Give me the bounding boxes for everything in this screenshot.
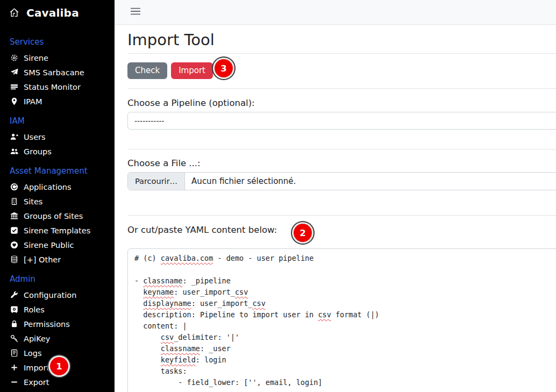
sidebar-item-groups-of-sites[interactable]: Groups of Sites (10, 209, 106, 223)
key-icon (10, 334, 18, 343)
brand-home-link[interactable]: Cavaliba (0, 0, 115, 25)
sidebar-item-label: Permissions (24, 320, 70, 329)
send-icon (10, 68, 18, 77)
check-square-icon (10, 226, 18, 235)
yaml-label: Or cut/paste YAML content below: (127, 224, 277, 236)
file-label: Choose a File ...: (127, 158, 556, 169)
main-area: Import Tool Check Import Choose a Pipeli… (115, 0, 556, 392)
sidebar-item-groups[interactable]: Groups (10, 144, 106, 159)
file-input[interactable]: Parcourir… Aucun fichier sélectionné. (127, 172, 556, 190)
sidebar-item-label: Export (24, 378, 49, 387)
gear-icon (10, 54, 18, 62)
pipeline-select[interactable]: ----------- (127, 112, 556, 130)
yaml-code[interactable]: # (c) cavaliba.com - demo - user pipelin… (134, 253, 556, 388)
pipeline-label: Choose a Pipeline (optional): (127, 97, 556, 109)
app-window: Cavaliba Services Sirene SMS Sarbacane S… (0, 0, 556, 392)
lock-icon (10, 320, 18, 329)
people-icon (10, 147, 18, 156)
sidebar-item-label: Logs (24, 349, 41, 358)
divider (127, 215, 556, 216)
pin-icon (10, 97, 18, 106)
wrench-icon (10, 291, 18, 300)
sidebar-item-label: Status Monitor (24, 83, 81, 91)
sidebar-item-label: SMS Sarbacane (24, 68, 84, 77)
hamburger-icon (130, 7, 141, 17)
annotation-marker-3: 3 (215, 59, 233, 77)
home-icon (9, 8, 19, 18)
building-icon (10, 197, 18, 206)
sidebar-item-label: Groups of Sites (24, 212, 83, 220)
plus-icon (10, 364, 18, 372)
arrow-circle-icon (10, 183, 18, 191)
page-content: Import Tool Check Import Choose a Pipeli… (115, 30, 556, 392)
sidebar-item-label: IPAM (24, 97, 42, 106)
database-icon (10, 255, 18, 264)
yaml-editor[interactable]: # (c) cavaliba.com - demo - user pipelin… (127, 248, 556, 392)
annotation-marker-2: 2 (294, 224, 312, 242)
check-button[interactable]: Check (127, 62, 167, 79)
sidebar-item-label: Groups (24, 147, 52, 156)
section-label-iam: IAM (10, 116, 106, 126)
sidebar-item-sms-sarbacane[interactable]: SMS Sarbacane (10, 65, 106, 80)
journal-icon (10, 349, 18, 358)
sidebar-item-applications[interactable]: Applications (10, 180, 106, 194)
sidebar-toggle-button[interactable] (129, 6, 142, 18)
divider (127, 88, 556, 89)
page-title: Import Tool (127, 30, 556, 49)
annotation-marker-1: 1 (50, 357, 68, 375)
sidebar-item-label: Sirene Public (24, 241, 74, 250)
topbar (115, 0, 556, 25)
sidebar-item-users[interactable]: Users (10, 130, 106, 144)
sidebar-item-sites[interactable]: Sites (10, 194, 106, 209)
sidebar-item-ipam[interactable]: IPAM (10, 94, 106, 109)
sidebar-item-label: Sites (24, 197, 42, 206)
action-buttons-row: Check Import (127, 54, 556, 88)
sidebar-item-sirene[interactable]: Sirene (10, 51, 106, 65)
file-browse-button[interactable]: Parcourir… (128, 173, 185, 190)
sidebar-item-sirene-public[interactable]: Sirene Public (10, 238, 106, 252)
bank-icon (10, 212, 18, 220)
safe-icon (10, 305, 18, 314)
sidebar-item-label: ApiKey (24, 334, 50, 343)
yaml-label-row: Or cut/paste YAML content below: (127, 224, 556, 236)
divider (127, 149, 556, 149)
sidebar-item-label: Applications (24, 183, 72, 191)
import-button[interactable]: Import (171, 62, 213, 79)
pipeline-selected-value: ----------- (134, 117, 165, 125)
sidebar-item-permissions[interactable]: Permissions (10, 317, 106, 331)
sidebar-item-label: Import (24, 364, 49, 372)
sidebar-item-label: [+] Other (24, 255, 61, 264)
list-icon (10, 83, 18, 91)
sidebar-item-label: Configuration (24, 291, 76, 300)
sidebar-item-apikey[interactable]: ApiKey (10, 331, 106, 346)
section-label-admin: Admin (10, 274, 106, 284)
sidebar-item-sirene-templates[interactable]: Sirene Templates (10, 223, 106, 238)
sidebar-item-label: Roles (24, 305, 45, 314)
sidebar-item-label: Users (24, 133, 46, 141)
sidebar-nav: Services Sirene SMS Sarbacane Status Mon… (0, 37, 115, 389)
heart-circle-icon (10, 241, 18, 250)
sidebar-item-label: Sirene (24, 54, 48, 62)
sidebar-item-roles[interactable]: Roles (10, 302, 106, 317)
brand-name: Cavaliba (26, 6, 79, 19)
section-label-services: Services (10, 37, 106, 47)
sidebar-item-export[interactable]: Export (10, 375, 106, 389)
sidebar-item-label: Sirene Templates (24, 226, 90, 235)
sidebar-item-status-monitor[interactable]: Status Monitor (10, 80, 106, 94)
sidebar-item-other[interactable]: [+] Other (10, 252, 106, 267)
section-label-asset-management: Asset Management (10, 166, 106, 176)
file-status-text: Aucun fichier sélectionné. (185, 173, 302, 190)
person-plus-icon (10, 133, 18, 141)
minus-icon (10, 378, 18, 387)
sidebar-item-configuration[interactable]: Configuration (10, 288, 106, 302)
sidebar: Cavaliba Services Sirene SMS Sarbacane S… (0, 0, 115, 392)
